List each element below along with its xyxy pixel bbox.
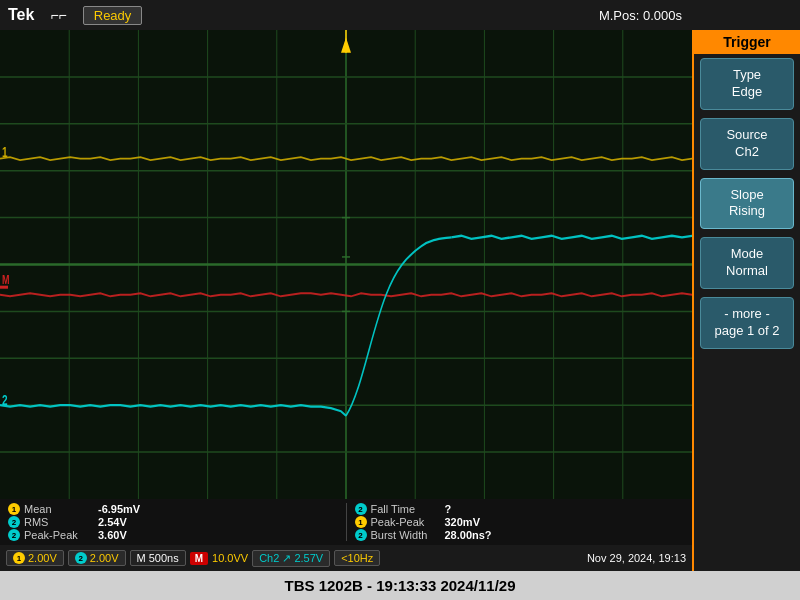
trigger-page-label: page 1 of 2 bbox=[714, 323, 779, 338]
meas-row-fall: 2 Fall Time ? bbox=[355, 503, 685, 515]
ch1-num: 1 bbox=[13, 552, 25, 564]
meas-pp2-value: 320mV bbox=[445, 516, 480, 528]
meas-pp1-value: 3.60V bbox=[98, 529, 127, 541]
trigger-more-label: - more - bbox=[724, 306, 770, 321]
ch2-dot-rms: 2 bbox=[8, 516, 20, 528]
m-value: 10.0VV bbox=[212, 552, 248, 564]
meas-row-pp1: 2 Peak-Peak 3.60V bbox=[8, 529, 338, 541]
ch2-status: 2 2.00V bbox=[68, 550, 126, 566]
meas-pp2-label: Peak-Peak bbox=[371, 516, 441, 528]
trigger-mode-btn[interactable]: Mode Normal bbox=[700, 237, 794, 289]
m-indicator: M bbox=[190, 552, 208, 565]
meas-burst-value: 28.00ns? bbox=[445, 529, 492, 541]
trigger-level: Ch2 ↗ 2.57V bbox=[259, 552, 323, 565]
main-area: M 1 2 1 Mean -6.95mV 2 bbox=[0, 30, 800, 571]
meas-rms-label: RMS bbox=[24, 516, 94, 528]
freq-status: <10Hz bbox=[334, 550, 380, 566]
datetime: Nov 29, 2024, 19:13 bbox=[587, 552, 686, 564]
ch2-dot-burst: 2 bbox=[355, 529, 367, 541]
trigger-ch2-label: Ch2 bbox=[735, 144, 759, 159]
waveform-container: M 1 2 bbox=[0, 30, 692, 499]
meas-burst-label: Burst Width bbox=[371, 529, 441, 541]
ch2-dot-pp: 2 bbox=[8, 529, 20, 541]
trigger-more-btn[interactable]: - more - page 1 of 2 bbox=[700, 297, 794, 349]
meas-row-pp2: 1 Peak-Peak 320mV bbox=[355, 516, 685, 528]
trigger-edge-label: Edge bbox=[732, 84, 762, 99]
meas-row-burst: 2 Burst Width 28.00ns? bbox=[355, 529, 685, 541]
meas-mean-label: Mean bbox=[24, 503, 94, 515]
ready-badge: Ready bbox=[83, 6, 143, 25]
meas-rms-value: 2.54V bbox=[98, 516, 127, 528]
svg-text:1: 1 bbox=[2, 143, 8, 161]
meas-fall-label: Fall Time bbox=[371, 503, 441, 515]
measurements-bar: 1 Mean -6.95mV 2 RMS 2.54V 2 Peak-Peak 3… bbox=[0, 499, 692, 545]
grid-svg: M 1 2 bbox=[0, 30, 692, 499]
trigger-slope-btn[interactable]: Slope Rising bbox=[700, 178, 794, 230]
meas-col-1: 1 Mean -6.95mV 2 RMS 2.54V 2 Peak-Peak 3… bbox=[8, 503, 338, 541]
screen-area: M 1 2 1 Mean -6.95mV 2 bbox=[0, 30, 692, 571]
ch1-status: 1 2.00V bbox=[6, 550, 64, 566]
trigger-mode-label: Mode bbox=[731, 246, 764, 261]
meas-row-mean: 1 Mean -6.95mV bbox=[8, 503, 338, 515]
svg-text:M: M bbox=[2, 272, 10, 286]
trigger-slope-label: Slope bbox=[730, 187, 763, 202]
meas-divider bbox=[346, 503, 347, 541]
time-div: M 500ns bbox=[137, 552, 179, 564]
trigger-title: Trigger bbox=[694, 30, 800, 54]
meas-col-2: 2 Fall Time ? 1 Peak-Peak 320mV 2 Burst … bbox=[355, 503, 685, 541]
trigger-type-edge-btn[interactable]: Type Edge bbox=[700, 58, 794, 110]
meas-row-rms: 2 RMS 2.54V bbox=[8, 516, 338, 528]
ch2-num: 2 bbox=[75, 552, 87, 564]
ch1-volt: 2.00V bbox=[28, 552, 57, 564]
time-status: M 500ns bbox=[130, 550, 186, 566]
status-bar: 1 2.00V 2 2.00V M 500ns M 10.0VV Ch2 ↗ 2… bbox=[0, 545, 692, 571]
trigger-normal-label: Normal bbox=[726, 263, 768, 278]
trigger-source-label: Source bbox=[726, 127, 767, 142]
trigger-status: Ch2 ↗ 2.57V bbox=[252, 550, 330, 567]
brand-label: Tek bbox=[8, 6, 34, 24]
trigger-panel: Trigger Type Edge Source Ch2 Slope Risin… bbox=[692, 30, 800, 571]
meas-mean-value: -6.95mV bbox=[98, 503, 140, 515]
freq-value: <10Hz bbox=[341, 552, 373, 564]
meas-pp1-label: Peak-Peak bbox=[24, 529, 94, 541]
meas-fall-value: ? bbox=[445, 503, 452, 515]
trigger-type-label: Type bbox=[733, 67, 761, 82]
ch2-dot-fall: 2 bbox=[355, 503, 367, 515]
ch1-dot-pp: 1 bbox=[355, 516, 367, 528]
top-bar: Tek ⌐⌐ Ready M.Pos: 0.000s bbox=[0, 0, 800, 30]
trigger-source-btn[interactable]: Source Ch2 bbox=[700, 118, 794, 170]
svg-text:2: 2 bbox=[2, 391, 8, 409]
ch1-dot: 1 bbox=[8, 503, 20, 515]
oscilloscope-display: Tek ⌐⌐ Ready M.Pos: 0.000s bbox=[0, 0, 800, 600]
mpos-label: M.Pos: 0.000s bbox=[599, 8, 682, 23]
ch2-volt: 2.00V bbox=[90, 552, 119, 564]
caption: TBS 1202B - 19:13:33 2024/11/29 bbox=[0, 571, 800, 600]
trigger-icon: ⌐⌐ bbox=[50, 7, 66, 23]
trigger-rising-label: Rising bbox=[729, 203, 765, 218]
